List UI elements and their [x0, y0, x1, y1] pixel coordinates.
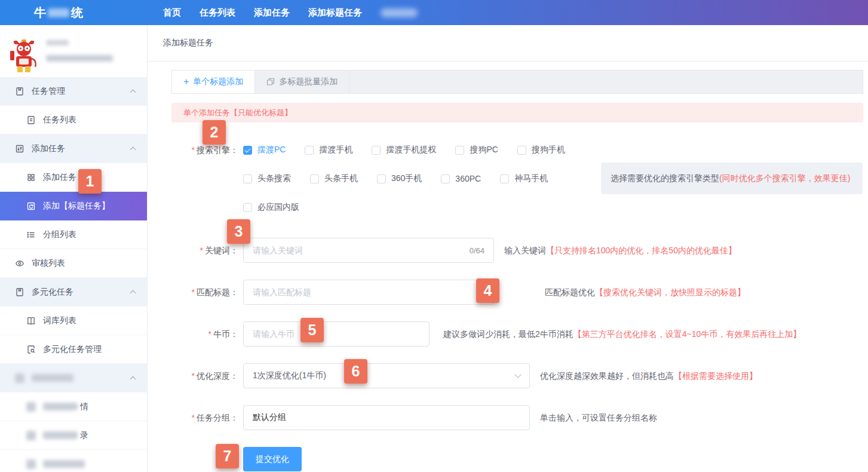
tab-label: 单个标题添加: [193, 76, 243, 87]
page-title: 添加标题任务: [163, 38, 213, 48]
topnav-blurred-item[interactable]: [381, 8, 418, 17]
engine-note-box: 选择需要优化的搜索引擎类型(同时优化多个搜索引擎，效果更佳): [601, 163, 863, 194]
sidebar-item-label: 分组列表: [43, 229, 76, 240]
tab-header: + 单个标题添加 多标题批量添加: [171, 70, 863, 94]
required-mark: *: [192, 145, 195, 155]
submit-button[interactable]: 提交优化: [243, 447, 302, 471]
tab-single-title-add[interactable]: + 单个标题添加: [172, 71, 255, 93]
sidebar-item-label: 录: [80, 430, 88, 441]
checkbox-icon: [517, 146, 526, 155]
field-label: *牛币：: [171, 321, 238, 347]
sidebar-section-blurred[interactable]: [0, 364, 147, 393]
step-badge-1: 1: [78, 169, 102, 194]
checkbox-engine[interactable]: 搜狗手机: [517, 145, 565, 155]
mascot-logo: [10, 39, 38, 73]
checkbox-checked-icon: [243, 146, 252, 155]
checkbox-label: 头条手机: [324, 173, 358, 184]
char-counter: 0/64: [470, 246, 484, 255]
checkbox-engine[interactable]: 摆渡手机: [305, 145, 352, 155]
form-row-keyword: *关键词： 0/64 输入关键词【只支持排名100内的优化，排名50内的优化最佳…: [171, 238, 863, 263]
field-label: *任务分组：: [171, 405, 238, 430]
required-mark: *: [208, 329, 211, 339]
tab-label: 多标题批量添加: [279, 76, 338, 87]
required-mark: *: [192, 371, 195, 381]
depth-select-value: 1次深度优化(1牛币): [253, 370, 326, 381]
form-row-depth: *优化深度： 1次深度优化(1牛币) 优化深度越深效果越好，但消耗也高【根据需要…: [171, 363, 863, 388]
topnav-add-task[interactable]: 添加任务: [254, 7, 290, 19]
step-badge-6: 6: [344, 359, 367, 384]
topnav-home[interactable]: 首页: [163, 7, 181, 19]
sidebar-item-group-list[interactable]: 分组列表: [0, 220, 147, 249]
blurred-icon: [15, 373, 24, 383]
sidebar-section-diversified-task[interactable]: 多元化任务: [0, 278, 147, 307]
checkbox-engine[interactable]: 神马手机: [500, 173, 548, 184]
chevron-up-icon: [130, 290, 136, 296]
checkbox-engine[interactable]: 360手机: [377, 173, 422, 184]
main-content: 添加标题任务 + 单个标题添加 多标题批量添加 单个添加任务【只能优化标题】: [148, 25, 868, 472]
group-input[interactable]: [253, 413, 520, 422]
tab-multi-title-batch-add[interactable]: 多标题批量添加: [255, 71, 349, 93]
checkbox-engine[interactable]: 必应国内版: [243, 202, 299, 213]
checkbox-label: 摆渡PC: [257, 145, 286, 155]
checkbox-icon: [441, 174, 450, 183]
sidebar: 任务管理 任务列表 添加任务 添加任务 添加【标题任: [0, 25, 148, 472]
sidebar-item-label: 任务列表: [43, 115, 76, 125]
checkbox-engine[interactable]: 摆渡PC: [243, 145, 286, 155]
sidebar-item-add-title-task[interactable]: 添加【标题任务】: [0, 192, 147, 220]
sidebar-item-review-list[interactable]: 审核列表: [0, 249, 147, 278]
chevron-up-icon: [130, 376, 136, 382]
match-title-input-box: [243, 280, 494, 305]
sidebar-item-task-list[interactable]: 任务列表: [0, 106, 147, 134]
step-badge-2: 2: [203, 120, 226, 145]
checkbox-engine[interactable]: 头条手机: [310, 173, 358, 184]
sidebar-item-diversified-task-management[interactable]: 多元化任务管理: [0, 335, 147, 364]
top-navigation: 首页 任务列表 添加任务 添加标题任务: [148, 7, 418, 19]
sidebar-item-label: 多元化任务: [32, 287, 73, 298]
notice-banner: 单个添加任务【只能优化标题】: [171, 103, 863, 122]
checkbox-label: 搜狗PC: [470, 145, 498, 155]
chevron-up-icon: [130, 90, 136, 96]
blurred-icon: [26, 431, 36, 440]
sidebar-item-blurred-record[interactable]: 录: [0, 421, 147, 450]
blurred-icon: [26, 402, 36, 412]
checkbox-label: 神马手机: [514, 173, 548, 184]
checkbox-engine[interactable]: 360PC: [441, 174, 481, 183]
form-row-search-engines: *搜索引擎： 摆渡PC 摆渡手机 摆渡手机提权 搜狗PC 搜狗手机 头条搜索 头…: [171, 144, 863, 213]
sidebar-section-add-task[interactable]: 添加任务: [0, 134, 147, 163]
checkbox-engine[interactable]: 摆渡手机提权: [372, 145, 436, 155]
blurred-icon: [26, 459, 36, 469]
batch-icon: [266, 78, 275, 86]
sidebar-item-label: 情: [80, 401, 88, 412]
topnav-task-list[interactable]: 任务列表: [200, 7, 235, 19]
breadcrumb: 添加标题任务: [148, 25, 868, 62]
checkbox-engine[interactable]: 搜狗PC: [455, 145, 498, 155]
topnav-add-title-task[interactable]: 添加标题任务: [308, 7, 362, 19]
checkbox-icon: [243, 203, 252, 212]
checkbox-label: 360手机: [391, 173, 422, 184]
username-blurred: [46, 40, 69, 45]
form-row-match-title: *匹配标题： 匹配标题优化【搜索优化关键词，放快照显示的标题】: [171, 280, 863, 305]
sidebar-item-label: 审核列表: [32, 258, 65, 269]
form-row-group: *任务分组： 单击输入，可设置任务分组名称: [171, 405, 863, 430]
sidebar-section-task-management[interactable]: 任务管理: [0, 77, 147, 106]
coin-input[interactable]: [253, 329, 420, 339]
coin-input-box: [243, 321, 430, 347]
sidebar-item-blurred-bottom[interactable]: [0, 450, 147, 472]
field-label: *搜索引擎：: [171, 144, 238, 156]
match-title-input[interactable]: [253, 287, 484, 297]
sidebar-item-word-library[interactable]: 词库列表: [0, 307, 147, 335]
sidebar-item-blurred-detail[interactable]: 情: [0, 393, 147, 421]
add-title-task-form: *搜索引擎： 摆渡PC 摆渡手机 摆渡手机提权 搜狗PC 搜狗手机 头条搜索 头…: [171, 144, 863, 471]
engine-row-1: 摆渡PC 摆渡手机 摆渡手机提权 搜狗PC 搜狗手机: [243, 144, 584, 156]
checkbox-engine[interactable]: 头条搜索: [243, 173, 291, 184]
depth-select[interactable]: 1次深度优化(1牛币): [243, 363, 530, 388]
required-mark: *: [192, 413, 195, 422]
required-mark: *: [192, 287, 195, 297]
eye-icon: [15, 259, 24, 268]
coin-note: 建议多做词少消耗，最低2牛币消耗【第三方平台优化排名，设置4~10牛币，有效果后…: [443, 321, 801, 347]
top-bar: 牛 统 首页 任务列表 添加任务 添加标题任务: [0, 0, 868, 25]
sidebar-item-add-task[interactable]: 添加任务: [0, 163, 147, 192]
notice-banner-text: 单个添加任务【只能优化标题】: [183, 108, 292, 118]
keyword-input[interactable]: [253, 246, 465, 255]
refresh-square-icon: [26, 201, 36, 211]
